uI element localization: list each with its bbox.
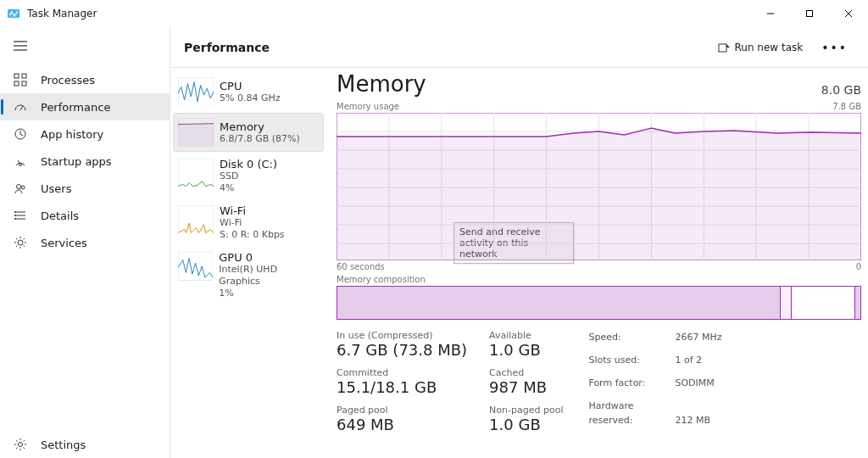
app-icon [7,7,20,20]
resource-sub2: S: 0 R: 0 Kbps [220,229,285,241]
resource-sub: Wi-Fi [220,217,285,229]
resource-name: CPU [220,80,281,92]
resource-name: Memory [220,120,300,133]
window-title: Task Manager [27,8,97,20]
nav-label: App history [41,128,103,141]
list-icon [12,209,29,222]
stat-label: Committed [337,367,467,378]
stat-value: 1.0 GB [489,341,563,359]
svg-rect-2 [807,11,813,17]
spec-value: SODIMM [675,377,714,388]
nav-label: Services [41,237,87,249]
nav-item-services[interactable]: Services [0,229,170,256]
gear-icon [12,236,29,249]
resource-name: Disk 0 (C:) [220,158,277,170]
svg-point-23 [14,218,16,220]
stat-label: In use (Compressed) [337,330,467,341]
stat-value: 15.1/18.1 GB [337,378,467,396]
stat-label: Available [489,330,563,341]
nav-sidebar: Processes Performance App history Startu… [0,27,170,458]
maximize-button[interactable] [790,0,829,27]
stat-label: Cached [489,367,563,378]
svg-rect-0 [8,9,19,18]
nav-label: Performance [41,101,110,114]
resource-sub: 6.8/7.8 GB (87%) [220,133,300,145]
nav-label: Settings [41,438,86,451]
stat-value: 6.7 GB (73.8 MB) [337,341,467,359]
memory-composition-bar [337,286,861,320]
nav-item-startup-apps[interactable]: Startup apps [0,148,170,175]
svg-rect-29 [178,125,214,148]
run-task-label: Run new task [735,42,804,53]
svg-rect-30 [178,159,214,187]
resource-item-memory[interactable]: Memory6.8/7.8 GB (87%) [174,114,323,151]
run-new-task-button[interactable]: Run new task [713,38,809,57]
stat-label: Paged pool [337,405,467,416]
stat-label: Non-paged pool [489,405,563,416]
spec-key: Form factor: [588,376,675,390]
x-axis-right: 0 [856,262,861,271]
nav-item-app-history[interactable]: App history [0,120,170,148]
detail-total: 8.0 GB [821,83,861,97]
cpu-sparkline [177,76,214,107]
users-icon [12,182,29,195]
spec-value: 212 MB [675,415,710,426]
resource-sub: 5% 0.84 GHz [220,92,281,104]
nav-label: Startup apps [41,155,112,168]
speedometer-icon [12,100,29,114]
svg-rect-10 [14,81,19,86]
svg-rect-9 [22,74,26,78]
detail-panel: Memory 8.0 GB Memory usage 7.8 GB [325,68,868,458]
close-button[interactable] [829,0,868,27]
nav-item-settings[interactable]: Settings [0,431,170,458]
resource-item-gpu[interactable]: GPU 0Intel(R) UHD Graphics1% [174,248,323,303]
svg-point-22 [14,215,16,216]
nav-label: Details [41,209,79,222]
svg-rect-8 [14,74,19,78]
resource-item-wifi[interactable]: Wi-FiWi-FiS: 0 R: 0 Kbps [174,201,323,244]
resource-sub2: 1% [219,288,320,299]
page-header: Performance Run new task ••• [170,27,868,68]
memory-usage-chart [337,113,861,260]
resource-name: GPU 0 [219,251,320,264]
grid-icon [12,73,29,87]
resource-sub2: 4% [220,182,277,194]
composition-label: Memory composition [337,275,861,284]
gpu-sparkline [177,251,214,282]
title-bar: Task Manager [0,0,868,27]
nav-toggle-button[interactable] [3,32,37,59]
resource-name: Wi-Fi [220,204,285,217]
nav-item-details[interactable]: Details [0,202,170,229]
resource-item-cpu[interactable]: CPU5% 0.84 GHz [174,73,323,110]
page-title: Performance [184,41,270,54]
memory-sparkline [177,117,214,148]
resource-sub: SSD [220,170,277,182]
resource-sub: Intel(R) UHD Graphics [219,264,320,288]
gauge-icon [12,154,29,168]
disk-sparkline [177,158,214,188]
nav-label: Processes [41,74,95,87]
minimize-button[interactable] [751,0,790,27]
wifi-sparkline [177,204,214,235]
more-button[interactable]: ••• [815,37,854,58]
nav-label: Users [41,182,71,195]
svg-rect-32 [178,252,213,281]
svg-rect-26 [719,44,726,52]
resource-item-disk[interactable]: Disk 0 (C:)SSD4% [174,154,323,198]
svg-line-12 [20,106,23,110]
spec-key: Hardware reserved: [588,399,675,427]
nav-item-processes[interactable]: Processes [0,66,170,93]
usage-axis-label: Memory usage [337,102,399,111]
svg-point-17 [21,186,25,189]
svg-point-16 [17,185,21,189]
svg-point-21 [14,211,16,213]
svg-point-24 [18,240,23,245]
nav-item-performance[interactable]: Performance [0,93,170,120]
detail-title: Memory [337,71,426,97]
spec-key: Slots used: [588,353,675,367]
nav-item-users[interactable]: Users [0,175,170,202]
stat-value: 649 MB [337,416,467,433]
settings-icon [12,438,29,451]
spec-value: 1 of 2 [675,355,702,366]
svg-rect-11 [22,81,26,86]
